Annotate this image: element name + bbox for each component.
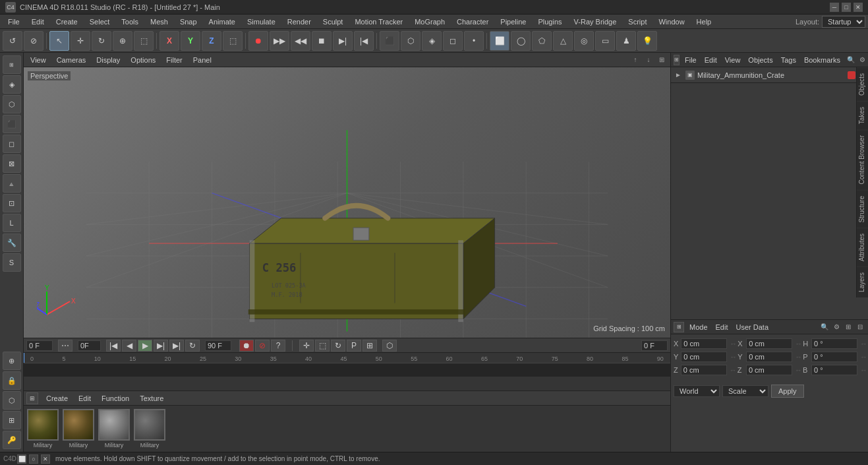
left-btn-3[interactable]: ⬡ — [3, 95, 21, 113]
rp-bookmarks[interactable]: Bookmarks — [801, 55, 843, 65]
attr-edit[interactable]: Edit — [713, 323, 731, 332]
transform-mode-dropdown[interactable]: Scale Size — [722, 385, 768, 397]
tl-timeline-mode[interactable]: ⬡ — [382, 340, 397, 352]
left-btn-7[interactable]: ⟁ — [3, 174, 21, 193]
undo-btn[interactable]: ↺ — [3, 31, 22, 51]
left-btn-11[interactable]: S — [3, 253, 21, 272]
menu-script[interactable]: Script — [623, 16, 652, 27]
left-btn-9[interactable]: L — [3, 214, 21, 232]
vp-menu-options[interactable]: Options — [127, 55, 159, 65]
vp-menu-display[interactable]: Display — [92, 55, 124, 65]
polygon-btn[interactable]: ◈ — [422, 31, 442, 51]
redo-btn[interactable]: ⊘ — [24, 31, 43, 51]
timeline-playhead[interactable] — [24, 353, 24, 363]
object-mode-btn[interactable]: ⬛ — [380, 31, 399, 51]
menu-tools[interactable]: Tools — [116, 16, 144, 27]
current-frame-input[interactable] — [26, 340, 53, 351]
attr-y-pos[interactable] — [681, 352, 727, 362]
tl-curve[interactable]: P — [347, 340, 361, 352]
tl-dots[interactable]: ⋯ — [58, 340, 72, 352]
vtab-takes[interactable]: Takes — [857, 101, 868, 129]
menu-window[interactable]: Window — [653, 16, 689, 27]
cone-btn[interactable]: △ — [553, 31, 573, 51]
vtab-content-browser[interactable]: Content Browser — [857, 129, 868, 189]
mat-edit[interactable]: Edit — [76, 394, 94, 403]
tl-add-key[interactable]: ✛ — [299, 340, 314, 352]
scale-tool-btn[interactable]: ⊕ — [113, 31, 132, 51]
all-axes-btn[interactable]: ⬚ — [223, 31, 243, 51]
menu-render[interactable]: Render — [282, 16, 316, 27]
play-backward-btn[interactable]: ◀◀ — [291, 31, 310, 51]
frame-forward-btn[interactable]: ▶| — [333, 31, 353, 51]
menu-plugins[interactable]: Plugins — [533, 16, 567, 27]
attr-x-size[interactable] — [746, 338, 792, 349]
menu-motion-tracker[interactable]: Motion Tracker — [349, 16, 408, 27]
attr-more-icon[interactable]: ⊟ — [855, 322, 865, 332]
attr-z-size[interactable] — [746, 365, 792, 375]
torus-btn[interactable]: ◎ — [574, 31, 594, 51]
attr-search-icon[interactable]: 🔍 — [819, 322, 830, 332]
apply-button[interactable]: Apply — [771, 385, 804, 398]
multipurpose-btn[interactable]: ⬚ — [134, 31, 154, 51]
left-panel-top-btn[interactable]: ⊞ — [3, 55, 21, 74]
rp-settings-icon[interactable]: ⚙ — [857, 55, 868, 65]
titlebar-controls[interactable]: ─ □ ✕ — [830, 3, 863, 12]
cylinder-btn[interactable]: ⬠ — [532, 31, 552, 51]
material-item-1[interactable]: Military — [26, 409, 59, 449]
move-tool-btn[interactable]: ✛ — [71, 31, 90, 51]
vp-menu-filter[interactable]: Filter — [162, 55, 186, 65]
mat-create[interactable]: Create — [43, 394, 71, 403]
tl-prev-frame[interactable]: ◀ — [122, 340, 136, 352]
rotate-tool-btn[interactable]: ↻ — [92, 31, 111, 51]
minimize-btn[interactable]: ─ — [830, 3, 839, 12]
tl-move-key[interactable]: ↻ — [331, 340, 345, 352]
left-btn-6[interactable]: ⊠ — [3, 154, 21, 173]
menu-help[interactable]: Help — [691, 16, 717, 27]
tl-play[interactable]: ▶ — [138, 340, 152, 352]
menu-pipeline[interactable]: Pipeline — [495, 16, 531, 27]
status-circle-icon[interactable]: ○ — [29, 454, 38, 464]
left-btn-5[interactable]: ◻ — [3, 135, 21, 153]
left-btn-8[interactable]: ⊡ — [3, 194, 21, 212]
attr-b-rot[interactable] — [811, 365, 857, 375]
vp-menu-cameras[interactable]: Cameras — [53, 55, 90, 65]
frame-start-input[interactable] — [78, 340, 101, 351]
material-item-3[interactable]: Military — [98, 409, 130, 449]
attr-expand-icon[interactable]: ⊞ — [843, 322, 854, 332]
vtab-objects[interactable]: Objects — [857, 67, 868, 101]
vp-arrow-up[interactable]: ↑ — [629, 54, 641, 66]
menu-create[interactable]: Create — [51, 16, 83, 27]
vtab-layers[interactable]: Layers — [857, 266, 868, 297]
left-btn-10[interactable]: 🔧 — [3, 233, 21, 252]
status-close-icon[interactable]: ✕ — [41, 454, 50, 464]
tl-loop[interactable]: ↻ — [185, 340, 200, 352]
point-btn[interactable]: • — [464, 31, 484, 51]
menu-animate[interactable]: Animate — [204, 16, 241, 27]
object-row[interactable]: ► ▣ Military_Ammunition_Crate ● — [671, 67, 868, 83]
left-btn-4[interactable]: ⬛ — [3, 115, 21, 133]
scene-btn[interactable]: ⬡ — [401, 31, 420, 51]
rp-view[interactable]: View — [722, 55, 743, 65]
attr-y-size[interactable] — [746, 352, 792, 362]
tl-keyframe2[interactable]: ⊘ — [255, 340, 270, 352]
select-tool-btn[interactable]: ↖ — [49, 31, 69, 51]
viewport-3d[interactable]: C 256 LOT 025-3A M.F. 2018 — [24, 67, 670, 338]
left-btn-13[interactable]: 🔒 — [3, 371, 21, 390]
vp-maximize[interactable]: ⊞ — [656, 54, 668, 66]
tl-grid-key[interactable]: ⊞ — [362, 340, 377, 352]
object-tag-red[interactable] — [848, 71, 855, 79]
status-box-icon[interactable]: ⬜ — [17, 454, 26, 464]
timeline-track[interactable] — [24, 363, 670, 377]
rp-file[interactable]: File — [682, 55, 699, 65]
tl-next-frame[interactable]: ▶| — [154, 340, 168, 352]
menu-vray-bridge[interactable]: V-Ray Bridge — [569, 16, 622, 27]
menu-snap[interactable]: Snap — [175, 16, 202, 27]
material-item-4[interactable]: Military — [133, 409, 166, 449]
attr-h-rot[interactable] — [811, 338, 857, 349]
left-btn-2[interactable]: ◈ — [3, 75, 21, 94]
tl-go-end[interactable]: ▶| — [169, 340, 184, 352]
stop-btn[interactable]: ⏹ — [312, 31, 332, 51]
rp-tags[interactable]: Tags — [778, 55, 799, 65]
rp-edit[interactable]: Edit — [702, 55, 720, 65]
attr-user-data[interactable]: User Data — [734, 323, 772, 332]
